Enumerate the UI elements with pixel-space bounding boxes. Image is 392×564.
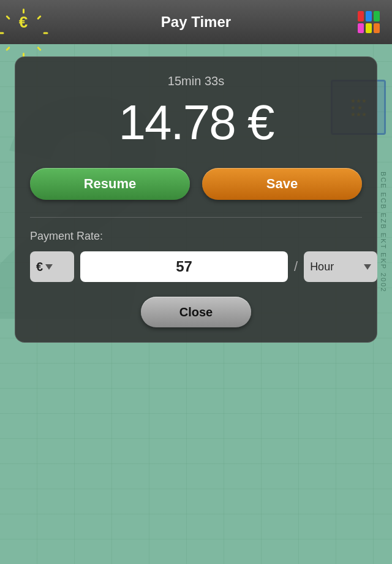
close-button-wrap: Close (30, 297, 362, 327)
ecb-text: BCE ECB EZB EKT EKP 2002 (380, 172, 387, 292)
amount-display: 14.78 € (30, 94, 362, 151)
divider (30, 217, 362, 218)
payment-rate-label: Payment Rate: (30, 230, 362, 243)
grid-cell-4 (358, 23, 364, 34)
save-button[interactable]: Save (202, 168, 362, 200)
main-card: 15min 33s 14.78 € Resume Save Payment Ra… (15, 56, 377, 343)
sun-rays (10, 9, 37, 36)
currency-symbol: € (36, 260, 43, 274)
grid-cell-1 (358, 11, 364, 21)
resume-button[interactable]: Resume (30, 168, 190, 200)
slash-divider: / (294, 259, 298, 275)
amount-value: 14.78 € (119, 95, 274, 150)
period-dropdown[interactable]: Hour (304, 251, 377, 282)
currency-dropdown-arrow (45, 264, 53, 270)
app-title: Pay Timer (37, 13, 355, 31)
timer-text: 15min 33s (168, 74, 224, 88)
timer-display: 15min 33s (30, 74, 362, 88)
grid-cell-5 (366, 23, 372, 34)
grid-cell-3 (374, 11, 380, 21)
color-grid-icon[interactable] (355, 9, 382, 36)
period-dropdown-arrow (364, 264, 371, 270)
grid-cell-2 (366, 11, 372, 21)
payment-rate-row: € / Hour (30, 251, 362, 282)
header-bar: € Pay Timer (0, 0, 392, 44)
app-icon: € (10, 9, 37, 36)
rate-input[interactable] (80, 251, 288, 282)
action-buttons: Resume Save (30, 168, 362, 200)
grid-cell-6 (374, 23, 380, 34)
close-button[interactable]: Close (141, 297, 251, 327)
currency-dropdown[interactable]: € (30, 251, 74, 282)
period-label: Hour (310, 261, 360, 273)
